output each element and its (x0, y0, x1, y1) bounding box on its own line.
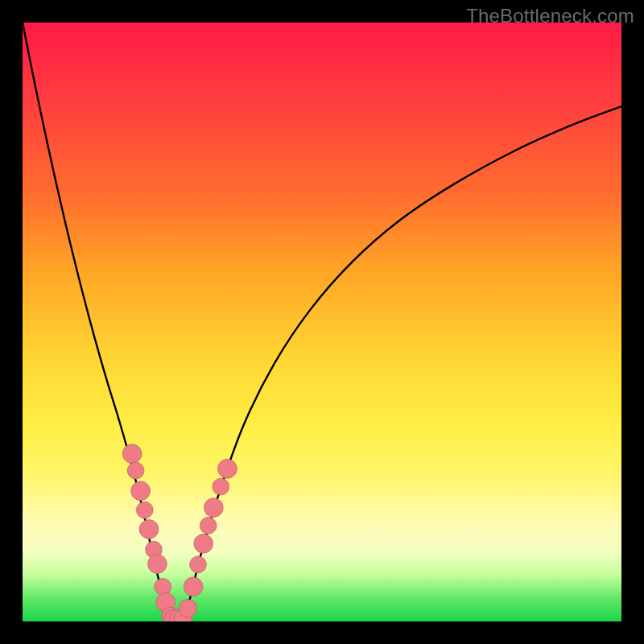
marker-layer (122, 444, 237, 621)
data-marker (194, 534, 213, 553)
data-marker (213, 478, 229, 495)
data-marker (190, 556, 207, 573)
chart-frame: TheBottleneck.com (0, 0, 644, 644)
curve-layer (23, 23, 621, 621)
data-marker (200, 518, 217, 535)
watermark-text: TheBottleneck.com (466, 5, 634, 27)
data-marker (131, 481, 151, 501)
data-marker (148, 555, 167, 574)
curve-right-branch (184, 106, 621, 621)
data-marker (179, 599, 196, 617)
data-marker (204, 498, 223, 518)
chart-svg (23, 23, 621, 621)
data-marker (155, 578, 171, 595)
data-marker (218, 459, 237, 478)
data-marker (136, 502, 153, 518)
plot-area (23, 23, 621, 621)
data-marker (139, 520, 159, 539)
data-marker (184, 577, 203, 597)
data-marker (127, 462, 144, 479)
data-marker (122, 444, 142, 464)
